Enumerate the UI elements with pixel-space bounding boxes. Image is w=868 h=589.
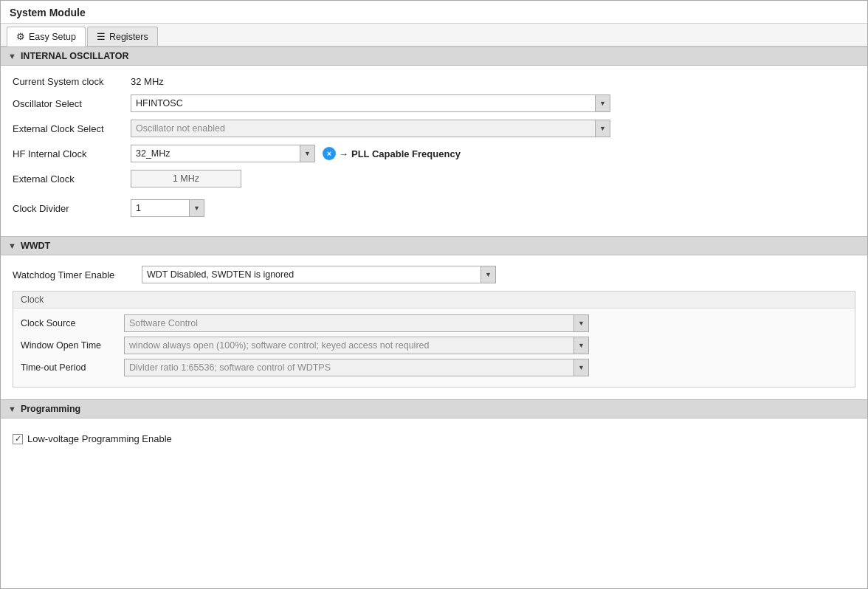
clock-source-dropdown-btn[interactable]: ▼ <box>574 315 588 331</box>
hf-internal-clock-row: HF Internal Clock 32_MHz ▼ × → PLL Capab… <box>13 145 855 162</box>
external-clock-select-placeholder: Oscillator not enabled <box>131 123 595 134</box>
programming-toggle: ▼ <box>8 404 16 413</box>
gear-icon: ⚙ <box>16 31 25 42</box>
pll-arrow: → <box>339 148 348 159</box>
current-clock-row: Current System clock 32 MHz <box>13 76 855 87</box>
current-clock-value: 32 MHz <box>131 76 164 87</box>
chevron-down-icon-3: ▼ <box>304 150 311 157</box>
external-clock-select-label: External Clock Select <box>13 123 131 134</box>
timeout-row: Time-out Period Divider ratio 1:65536; s… <box>21 359 847 376</box>
current-clock-label: Current System clock <box>13 76 131 87</box>
internal-oscillator-header[interactable]: ▼ INTERNAL OSCILLATOR <box>1 46 867 66</box>
clock-source-row: Clock Source Software Control ▼ <box>21 314 847 332</box>
clock-group-body: Clock Source Software Control ▼ Window O… <box>13 309 855 387</box>
pll-capable-text: PLL Capable Frequency <box>351 148 461 159</box>
clock-divider-value: 1 <box>131 203 189 213</box>
watchdog-select[interactable]: WDT Disabled, SWDTEN is ignored ▼ <box>142 266 496 283</box>
window-open-dropdown-btn[interactable]: ▼ <box>574 337 588 354</box>
chevron-down-icon-8: ▼ <box>578 364 585 371</box>
chevron-down-icon: ▼ <box>599 100 606 107</box>
hf-internal-clock-value: 32_MHz <box>131 148 300 159</box>
hf-internal-clock-select[interactable]: 32_MHz ▼ <box>131 145 315 162</box>
low-voltage-row: ✓ Low-voltage Programming Enable <box>13 433 855 444</box>
hf-internal-clock-dropdown-btn[interactable]: ▼ <box>300 145 314 162</box>
chevron-down-icon-2: ▼ <box>599 125 606 132</box>
chevron-down-icon-7: ▼ <box>578 342 585 349</box>
oscillator-select-row: Oscillator Select HFINTOSC ▼ <box>13 94 855 112</box>
clock-source-select[interactable]: Software Control ▼ <box>124 314 589 332</box>
clock-divider-row: Clock Divider 1 ▼ <box>13 199 855 217</box>
oscillator-select-value: HFINTOSC <box>131 98 595 108</box>
external-clock-select-row: External Clock Select Oscillator not ena… <box>13 120 855 137</box>
programming-body: ✓ Low-voltage Programming Enable <box>1 418 867 456</box>
window-open-value: window always open (100%); software cont… <box>125 340 574 351</box>
external-clock-label: External Clock <box>13 173 131 185</box>
tab-registers-label: Registers <box>109 32 148 42</box>
oscillator-select-dropdown-btn[interactable]: ▼ <box>595 95 610 111</box>
wwdt-header[interactable]: ▼ WWDT <box>1 236 867 255</box>
wwdt-body: Watchdog Timer Enable WDT Disabled, SWDT… <box>1 255 867 399</box>
low-voltage-label: Low-voltage Programming Enable <box>27 433 172 444</box>
tab-easy-setup[interactable]: ⚙ Easy Setup <box>7 27 86 46</box>
watchdog-value: WDT Disabled, SWDTEN is ignored <box>142 269 480 280</box>
external-clock-select[interactable]: Oscillator not enabled ▼ <box>131 120 610 137</box>
clock-source-value: Software Control <box>125 318 574 328</box>
window-open-row: Window Open Time window always open (100… <box>21 337 847 354</box>
window-title: System Module <box>1 1 867 24</box>
wwdt-title: WWDT <box>21 241 50 251</box>
internal-oscillator-toggle: ▼ <box>8 52 16 61</box>
watchdog-dropdown-btn[interactable]: ▼ <box>480 266 495 283</box>
system-module-window: System Module ⚙ Easy Setup ☰ Registers ▼… <box>0 0 868 589</box>
window-open-label: Window Open Time <box>21 340 124 351</box>
tab-easy-setup-label: Easy Setup <box>29 32 76 42</box>
clock-divider-dropdown-btn[interactable]: ▼ <box>189 200 204 216</box>
window-open-select[interactable]: window always open (100%); software cont… <box>124 337 589 354</box>
chevron-down-icon-4: ▼ <box>193 204 200 212</box>
timeout-select[interactable]: Divider ratio 1:65536; software control … <box>124 359 589 376</box>
external-clock-value <box>131 170 241 187</box>
internal-oscillator-title: INTERNAL OSCILLATOR <box>21 51 129 61</box>
chevron-down-icon-6: ▼ <box>578 320 585 327</box>
clock-divider-select[interactable]: 1 ▼ <box>131 199 204 217</box>
tab-bar: ⚙ Easy Setup ☰ Registers <box>1 24 867 46</box>
list-icon: ☰ <box>97 31 106 42</box>
timeout-value: Divider ratio 1:65536; software control … <box>125 362 574 373</box>
low-voltage-checkbox[interactable]: ✓ <box>13 434 23 444</box>
check-icon: ✓ <box>15 434 21 444</box>
programming-title: Programming <box>21 404 80 414</box>
pll-badge: × → PLL Capable Frequency <box>323 147 461 160</box>
clock-source-label: Clock Source <box>21 318 124 328</box>
chevron-down-icon-5: ▼ <box>485 271 492 278</box>
clock-group-title: Clock <box>13 292 855 309</box>
oscillator-select-label: Oscillator Select <box>13 98 131 109</box>
watchdog-label: Watchdog Timer Enable <box>13 269 142 280</box>
external-clock-row: External Clock <box>13 170 855 187</box>
wwdt-toggle: ▼ <box>8 241 16 250</box>
pll-icon: × <box>323 147 336 160</box>
programming-header[interactable]: ▼ Programming <box>1 399 867 418</box>
external-clock-select-dropdown-btn[interactable]: ▼ <box>595 120 610 137</box>
hf-internal-clock-label: HF Internal Clock <box>13 148 131 159</box>
tab-registers[interactable]: ☰ Registers <box>87 27 158 46</box>
timeout-dropdown-btn[interactable]: ▼ <box>574 359 588 376</box>
internal-oscillator-body: Current System clock 32 MHz Oscillator S… <box>1 66 867 236</box>
oscillator-select[interactable]: HFINTOSC ▼ <box>131 94 610 112</box>
clock-group: Clock Clock Source Software Control ▼ Wi… <box>13 291 855 388</box>
clock-divider-label: Clock Divider <box>13 203 131 214</box>
watchdog-row: Watchdog Timer Enable WDT Disabled, SWDT… <box>13 266 855 283</box>
timeout-label: Time-out Period <box>21 362 124 373</box>
